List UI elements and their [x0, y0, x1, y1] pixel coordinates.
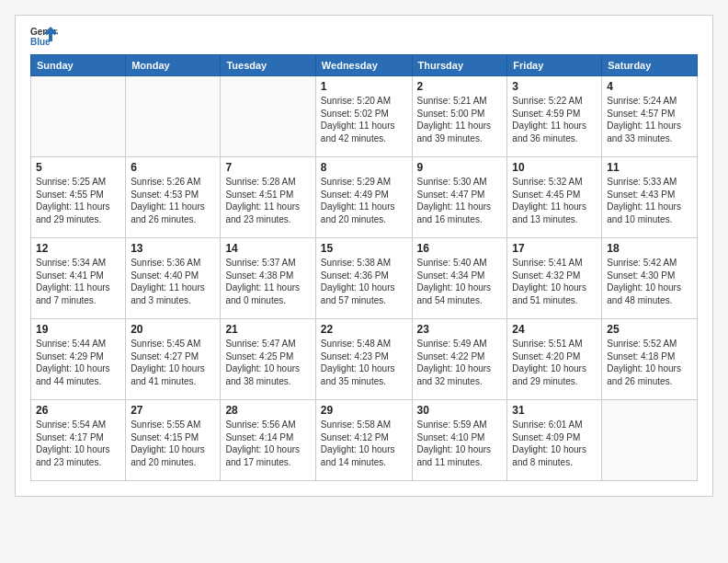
header: General Blue	[30, 25, 698, 47]
day-number: 15	[321, 242, 407, 255]
weekday-header-saturday: Saturday	[602, 55, 698, 76]
day-info: Sunrise: 5:54 AMSunset: 4:17 PMDaylight:…	[36, 419, 120, 468]
logo-icon: General Blue	[30, 25, 58, 47]
day-info: Sunrise: 5:25 AMSunset: 4:55 PMDaylight:…	[36, 176, 120, 225]
weekday-header-thursday: Thursday	[412, 55, 507, 76]
day-info: Sunrise: 5:42 AMSunset: 4:30 PMDaylight:…	[607, 257, 692, 306]
day-info: Sunrise: 5:55 AMSunset: 4:15 PMDaylight:…	[131, 419, 215, 468]
day-info: Sunrise: 6:01 AMSunset: 4:09 PMDaylight:…	[512, 419, 597, 468]
day-cell: 26Sunrise: 5:54 AMSunset: 4:17 PMDayligh…	[31, 400, 126, 481]
day-cell: 24Sunrise: 5:51 AMSunset: 4:20 PMDayligh…	[507, 319, 602, 400]
day-cell: 14Sunrise: 5:37 AMSunset: 4:38 PMDayligh…	[221, 238, 315, 319]
day-info: Sunrise: 5:32 AMSunset: 4:45 PMDaylight:…	[512, 176, 597, 225]
day-info: Sunrise: 5:28 AMSunset: 4:51 PMDaylight:…	[225, 176, 310, 225]
day-cell: 3Sunrise: 5:22 AMSunset: 4:59 PMDaylight…	[507, 76, 602, 157]
day-info: Sunrise: 5:37 AMSunset: 4:38 PMDaylight:…	[225, 257, 310, 306]
logo: General Blue	[30, 25, 62, 47]
day-cell: 7Sunrise: 5:28 AMSunset: 4:51 PMDaylight…	[221, 157, 315, 238]
day-number: 18	[607, 242, 692, 255]
day-number: 9	[417, 161, 503, 174]
day-info: Sunrise: 5:41 AMSunset: 4:32 PMDaylight:…	[512, 257, 597, 306]
day-cell: 12Sunrise: 5:34 AMSunset: 4:41 PMDayligh…	[31, 238, 126, 319]
day-cell: 10Sunrise: 5:32 AMSunset: 4:45 PMDayligh…	[507, 157, 602, 238]
day-info: Sunrise: 5:29 AMSunset: 4:49 PMDaylight:…	[321, 176, 407, 225]
day-info: Sunrise: 5:51 AMSunset: 4:20 PMDaylight:…	[512, 338, 597, 387]
day-cell: 30Sunrise: 5:59 AMSunset: 4:10 PMDayligh…	[412, 400, 507, 481]
day-cell: 16Sunrise: 5:40 AMSunset: 4:34 PMDayligh…	[412, 238, 507, 319]
day-number: 10	[512, 161, 597, 174]
svg-text:Blue: Blue	[30, 37, 51, 47]
day-number: 25	[607, 323, 692, 336]
day-cell: 15Sunrise: 5:38 AMSunset: 4:36 PMDayligh…	[315, 238, 412, 319]
day-number: 12	[36, 242, 120, 255]
day-number: 24	[512, 323, 597, 336]
week-row-2: 5Sunrise: 5:25 AMSunset: 4:55 PMDaylight…	[31, 157, 698, 238]
day-info: Sunrise: 5:40 AMSunset: 4:34 PMDaylight:…	[417, 257, 503, 306]
day-cell: 19Sunrise: 5:44 AMSunset: 4:29 PMDayligh…	[31, 319, 126, 400]
day-info: Sunrise: 5:45 AMSunset: 4:27 PMDaylight:…	[131, 338, 215, 387]
day-number: 30	[417, 404, 503, 417]
week-row-5: 26Sunrise: 5:54 AMSunset: 4:17 PMDayligh…	[31, 400, 698, 481]
day-info: Sunrise: 5:36 AMSunset: 4:40 PMDaylight:…	[131, 257, 215, 306]
weekday-header-row: SundayMondayTuesdayWednesdayThursdayFrid…	[31, 55, 698, 76]
day-cell: 5Sunrise: 5:25 AMSunset: 4:55 PMDaylight…	[31, 157, 126, 238]
day-cell: 2Sunrise: 5:21 AMSunset: 5:00 PMDaylight…	[412, 76, 507, 157]
day-info: Sunrise: 5:52 AMSunset: 4:18 PMDaylight:…	[607, 338, 692, 387]
day-info: Sunrise: 5:33 AMSunset: 4:43 PMDaylight:…	[607, 176, 692, 225]
day-cell: 29Sunrise: 5:58 AMSunset: 4:12 PMDayligh…	[315, 400, 412, 481]
day-cell	[126, 76, 221, 157]
day-cell: 18Sunrise: 5:42 AMSunset: 4:30 PMDayligh…	[602, 238, 698, 319]
day-cell: 31Sunrise: 6:01 AMSunset: 4:09 PMDayligh…	[507, 400, 602, 481]
day-number: 14	[225, 242, 310, 255]
day-info: Sunrise: 5:24 AMSunset: 4:57 PMDaylight:…	[607, 95, 692, 144]
day-number: 28	[225, 404, 310, 417]
day-number: 6	[131, 161, 215, 174]
day-number: 8	[321, 161, 407, 174]
day-number: 2	[417, 80, 503, 93]
day-cell: 8Sunrise: 5:29 AMSunset: 4:49 PMDaylight…	[315, 157, 412, 238]
day-info: Sunrise: 5:34 AMSunset: 4:41 PMDaylight:…	[36, 257, 120, 306]
weekday-header-monday: Monday	[126, 55, 221, 76]
day-number: 20	[131, 323, 215, 336]
calendar-table: SundayMondayTuesdayWednesdayThursdayFrid…	[30, 54, 698, 481]
day-number: 16	[417, 242, 503, 255]
day-info: Sunrise: 5:59 AMSunset: 4:10 PMDaylight:…	[417, 419, 503, 468]
day-info: Sunrise: 5:30 AMSunset: 4:47 PMDaylight:…	[417, 176, 503, 225]
day-number: 19	[36, 323, 120, 336]
day-number: 23	[417, 323, 503, 336]
calendar-container: General Blue SundayMondayTuesdayWednesda…	[15, 15, 713, 497]
day-cell: 13Sunrise: 5:36 AMSunset: 4:40 PMDayligh…	[126, 238, 221, 319]
weekday-header-wednesday: Wednesday	[315, 55, 412, 76]
day-info: Sunrise: 5:21 AMSunset: 5:00 PMDaylight:…	[417, 95, 503, 144]
day-info: Sunrise: 5:48 AMSunset: 4:23 PMDaylight:…	[321, 338, 407, 387]
weekday-header-tuesday: Tuesday	[221, 55, 315, 76]
day-info: Sunrise: 5:20 AMSunset: 5:02 PMDaylight:…	[321, 95, 407, 144]
week-row-3: 12Sunrise: 5:34 AMSunset: 4:41 PMDayligh…	[31, 238, 698, 319]
day-number: 26	[36, 404, 120, 417]
day-cell: 25Sunrise: 5:52 AMSunset: 4:18 PMDayligh…	[602, 319, 698, 400]
day-info: Sunrise: 5:49 AMSunset: 4:22 PMDaylight:…	[417, 338, 503, 387]
day-number: 11	[607, 161, 692, 174]
day-cell: 23Sunrise: 5:49 AMSunset: 4:22 PMDayligh…	[412, 319, 507, 400]
day-info: Sunrise: 5:44 AMSunset: 4:29 PMDaylight:…	[36, 338, 120, 387]
day-cell: 4Sunrise: 5:24 AMSunset: 4:57 PMDaylight…	[602, 76, 698, 157]
day-number: 1	[321, 80, 407, 93]
day-info: Sunrise: 5:38 AMSunset: 4:36 PMDaylight:…	[321, 257, 407, 306]
day-cell: 21Sunrise: 5:47 AMSunset: 4:25 PMDayligh…	[221, 319, 315, 400]
day-cell: 6Sunrise: 5:26 AMSunset: 4:53 PMDaylight…	[126, 157, 221, 238]
day-number: 31	[512, 404, 597, 417]
day-number: 17	[512, 242, 597, 255]
day-info: Sunrise: 5:58 AMSunset: 4:12 PMDaylight:…	[321, 419, 407, 468]
day-cell: 22Sunrise: 5:48 AMSunset: 4:23 PMDayligh…	[315, 319, 412, 400]
day-cell	[602, 400, 698, 481]
week-row-4: 19Sunrise: 5:44 AMSunset: 4:29 PMDayligh…	[31, 319, 698, 400]
day-info: Sunrise: 5:26 AMSunset: 4:53 PMDaylight:…	[131, 176, 215, 225]
day-info: Sunrise: 5:22 AMSunset: 4:59 PMDaylight:…	[512, 95, 597, 144]
day-cell: 11Sunrise: 5:33 AMSunset: 4:43 PMDayligh…	[602, 157, 698, 238]
day-number: 5	[36, 161, 120, 174]
day-info: Sunrise: 5:47 AMSunset: 4:25 PMDaylight:…	[225, 338, 310, 387]
day-number: 3	[512, 80, 597, 93]
day-cell	[221, 76, 315, 157]
day-cell	[31, 76, 126, 157]
day-info: Sunrise: 5:56 AMSunset: 4:14 PMDaylight:…	[225, 419, 310, 468]
